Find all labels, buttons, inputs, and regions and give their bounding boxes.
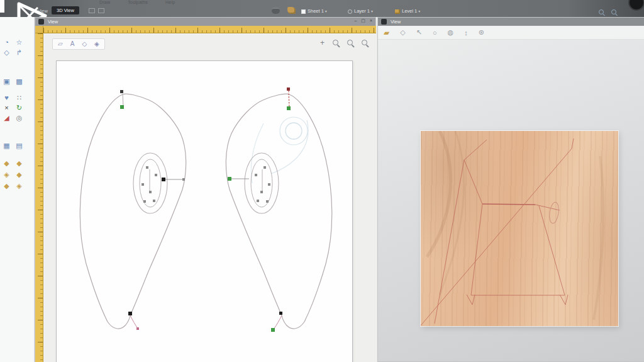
restore-button[interactable]: ▢ <box>361 18 365 23</box>
array-copy-icon[interactable]: ▦ <box>3 142 11 150</box>
circle-icon[interactable]: ○ <box>433 29 437 37</box>
draw-polygon-icon[interactable]: ◇ <box>3 48 11 57</box>
toolbar-3d: ▰ ◇ ↖ ○ ◍ ↕ ⊛ <box>378 26 644 40</box>
menu-help[interactable]: Help <box>165 0 175 4</box>
view-3d-toggle[interactable]: 3D View <box>52 6 79 14</box>
zoom-region-icon[interactable] <box>611 9 617 15</box>
refresh-icon[interactable]: ↻ <box>15 104 23 112</box>
layout-single-icon[interactable] <box>89 8 95 13</box>
measure-icon[interactable]: ∷ <box>15 94 23 102</box>
layer-icon <box>348 9 352 14</box>
menu-toolpaths[interactable]: Toolpaths <box>128 0 148 4</box>
toolpath-preview <box>421 131 618 326</box>
window-2d-view: View – ▢ × <box>35 17 376 362</box>
join-vectors-icon[interactable]: ♥ <box>3 94 11 102</box>
menu-draw[interactable]: Draw <box>99 0 110 4</box>
bitmap-icon[interactable]: ▣ <box>3 77 11 86</box>
pan-icon[interactable]: ↕ <box>464 29 468 37</box>
text-select-tool-icon[interactable]: A <box>70 39 75 49</box>
chevron-down-icon: ▾ <box>418 9 420 13</box>
window-3d-titlebar[interactable]: View <box>378 18 644 26</box>
vertical-ruler <box>35 33 43 362</box>
canvas-mini-toolbar: ▱ A ◇ ◈ <box>52 38 105 50</box>
chevron-down-icon: ▾ <box>371 9 373 13</box>
material-icon[interactable]: ▰ <box>384 28 389 37</box>
snap-tool-icon[interactable]: ◈ <box>94 39 99 49</box>
ruler-corner <box>35 26 43 33</box>
drawing-tools-panel: ◔ ☆ ◇ ↱ ▣ ▩ ♥ ∷ × ↻ ◢ ◎ ▦ ▤ ◆ ◆ ◈ ◆ ◆ ◈ <box>0 17 35 362</box>
window-3d-view: View ▰ ◇ ↖ ○ ◍ ↕ ⊛ <box>377 17 644 362</box>
draw-arc-icon[interactable]: ◔ <box>3 38 11 47</box>
zoom-extents-icon[interactable] <box>347 40 353 46</box>
overlay-rect <box>0 0 4 13</box>
minimize-button[interactable]: – <box>354 18 357 23</box>
shaded-icon[interactable]: ◍ <box>448 28 454 37</box>
clipart-icon[interactable]: ◆ <box>15 159 23 167</box>
clipart-icon[interactable]: ◈ <box>3 171 11 179</box>
zoom-box-icon[interactable] <box>333 40 339 46</box>
horizontal-ruler <box>43 26 376 33</box>
close-button[interactable]: × <box>370 18 372 23</box>
zoom-in-icon[interactable]: + <box>320 38 325 47</box>
level-icon <box>395 9 400 14</box>
zoom-icon[interactable] <box>599 9 604 15</box>
menu-items: Draw Toolpaths Help <box>99 0 191 6</box>
window-2d-titlebar[interactable]: View – ▢ × <box>35 18 375 26</box>
delete-icon[interactable]: × <box>3 104 11 112</box>
shell-tool-icon[interactable] <box>272 8 280 14</box>
mirror-icon[interactable]: ▤ <box>15 142 23 150</box>
offset-icon[interactable]: ◎ <box>15 114 23 122</box>
zoom-toolbar: + <box>320 38 368 47</box>
clipart-icon[interactable]: ◆ <box>3 159 11 167</box>
wireframe-icon[interactable]: ◇ <box>400 28 405 37</box>
chevron-down-icon: ▾ <box>325 9 327 13</box>
window-title: View <box>391 19 401 25</box>
drawing-canvas-2d[interactable]: ▱ A ◇ ◈ + <box>43 33 377 362</box>
leaf-outline-right[interactable] <box>226 94 331 329</box>
level-selector[interactable]: Level 1▾ <box>395 8 420 14</box>
clipart-icon[interactable]: ◆ <box>15 171 23 179</box>
sheet-selector[interactable]: Sheet 1▾ <box>301 8 327 14</box>
zoom-selected-icon[interactable] <box>362 40 368 46</box>
sheet-icon <box>301 9 306 14</box>
window-title: View <box>48 19 58 25</box>
layout-split-icon[interactable] <box>98 8 104 13</box>
top-menubar: Draw Toolpaths Help 2D View 3D View Shee… <box>0 0 644 17</box>
select-icon[interactable]: ↖ <box>416 28 422 37</box>
vector-drawing <box>43 33 377 362</box>
material-block-icon[interactable] <box>287 7 296 14</box>
crop-icon[interactable]: ▩ <box>15 77 23 86</box>
node-edit-tool-icon[interactable]: ◇ <box>82 39 87 49</box>
draw-star-icon[interactable]: ☆ <box>15 38 23 47</box>
fillet-icon[interactable]: ◢ <box>3 114 11 122</box>
material-block-3d[interactable] <box>421 131 618 326</box>
window-icon <box>381 19 387 25</box>
leaf-outline-left[interactable] <box>80 94 186 329</box>
window-icon <box>38 19 44 25</box>
clipart-icon[interactable]: ◆ <box>3 182 11 190</box>
clipart-icon[interactable]: ◈ <box>15 182 23 190</box>
draw-curve-icon[interactable]: ↱ <box>15 48 23 57</box>
settings-icon[interactable]: ⊛ <box>479 28 484 37</box>
layer-selector[interactable]: Layer 1▾ <box>348 8 373 14</box>
layers-tool-icon[interactable]: ▱ <box>58 39 63 49</box>
canvas-3d[interactable] <box>378 40 644 361</box>
